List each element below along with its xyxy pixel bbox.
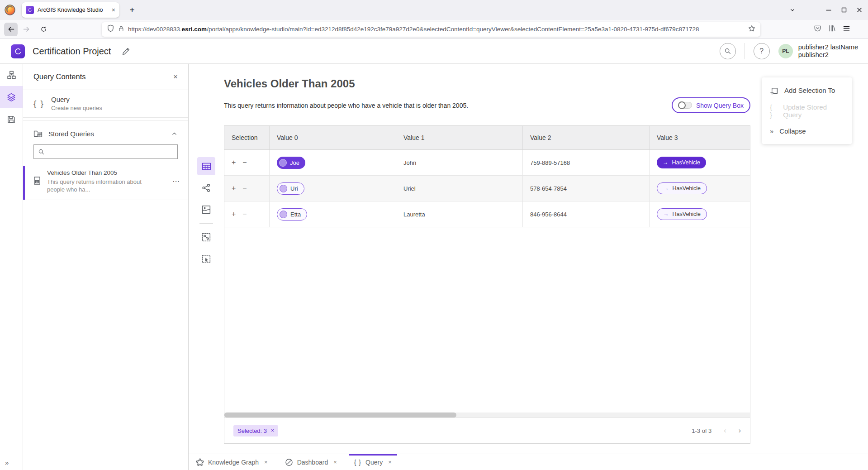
- add-selection-to-icon: [770, 86, 778, 95]
- double-chevron-icon: »: [770, 127, 773, 135]
- back-icon[interactable]: [4, 23, 18, 36]
- menu-item-collapse[interactable]: » Collapse: [762, 121, 852, 141]
- toggle-track[interactable]: [678, 102, 692, 109]
- link-chart-view-button[interactable]: [197, 179, 215, 197]
- header-divider: [745, 43, 745, 59]
- cell-value: 759-889-57168: [523, 150, 650, 175]
- tab-dashboard[interactable]: Dashboard ×: [280, 454, 342, 470]
- page-previous-icon[interactable]: ‹: [724, 427, 726, 435]
- tab-list-icon[interactable]: [785, 0, 800, 20]
- browser-tab[interactable]: ArcGIS Knowledge Studio ×: [22, 2, 119, 18]
- column-header[interactable]: Value 0: [270, 126, 396, 149]
- column-header[interactable]: Selection: [224, 126, 270, 149]
- horizontal-scrollbar[interactable]: [224, 412, 750, 417]
- remove-selection-icon[interactable]: −: [242, 158, 247, 167]
- lock-icon[interactable]: [118, 25, 124, 34]
- stored-query-doc-icon: [33, 177, 41, 185]
- search-button[interactable]: [720, 43, 736, 59]
- menu-item-update-stored-query[interactable]: { } Update Stored Query: [762, 101, 852, 121]
- selection-tool-button[interactable]: [197, 250, 215, 268]
- column-header[interactable]: Value 3: [650, 126, 750, 149]
- close-tab-icon[interactable]: ×: [388, 459, 392, 465]
- menu-hamburger-icon[interactable]: [843, 24, 850, 34]
- app-logo: [11, 44, 25, 58]
- entity-pill[interactable]: Joe: [277, 157, 305, 169]
- stored-queries-search-input[interactable]: [33, 144, 178, 159]
- remove-selection-icon[interactable]: −: [242, 184, 247, 192]
- add-selection-icon[interactable]: +: [232, 210, 236, 218]
- table-row[interactable]: + − Joe John 759-889-57168 →HasVehicle: [224, 150, 750, 176]
- column-header[interactable]: Value 2: [523, 126, 650, 149]
- pocket-icon[interactable]: [814, 24, 821, 34]
- relationship-pill[interactable]: →HasVehicle: [657, 208, 707, 220]
- add-selection-icon[interactable]: +: [232, 184, 236, 192]
- relationship-pill[interactable]: →HasVehicle: [657, 157, 706, 168]
- page-next-icon[interactable]: ›: [739, 427, 741, 435]
- user-info[interactable]: publisher2 lastName publisher2: [798, 43, 858, 59]
- bookmark-star-icon[interactable]: [748, 25, 755, 34]
- search-icon: [38, 149, 45, 155]
- query-item[interactable]: { } Query Create new queries: [23, 90, 188, 118]
- relationship-arrow-icon: →: [663, 185, 669, 192]
- library-icon[interactable]: [828, 24, 836, 34]
- edit-title-icon[interactable]: [122, 47, 130, 56]
- relationship-arrow-icon: →: [663, 159, 669, 166]
- stored-query-description: This query returns information about peo…: [47, 178, 152, 193]
- link-chart-icon: [202, 183, 211, 192]
- table-row[interactable]: + − Etta Lauretta 846-956-8644 →HasVehic…: [224, 201, 750, 227]
- entity-pill[interactable]: Etta: [277, 208, 307, 221]
- close-tab-icon[interactable]: ×: [333, 459, 337, 465]
- maximize-icon[interactable]: [836, 0, 852, 20]
- dashboard-icon: [285, 458, 293, 466]
- section-separator: [23, 118, 188, 121]
- view-toolbar: [197, 157, 215, 268]
- remove-selection-icon[interactable]: −: [242, 210, 247, 218]
- stored-query-item[interactable]: Vehicles Older Than 2005 This query retu…: [23, 166, 188, 200]
- clear-selection-icon[interactable]: ×: [271, 427, 274, 434]
- avatar[interactable]: PL: [778, 44, 793, 58]
- close-window-icon[interactable]: [852, 0, 867, 20]
- show-query-box-toggle[interactable]: Show Query Box: [672, 97, 750, 113]
- relationship-pill[interactable]: →HasVehicle: [657, 182, 707, 194]
- help-button[interactable]: ?: [754, 43, 770, 59]
- table-row[interactable]: + − Uri Uriel 578-654-7854 →HasVehicle: [224, 176, 750, 201]
- expand-rail-icon[interactable]: »: [5, 459, 9, 466]
- scrollbar-thumb[interactable]: [224, 412, 456, 417]
- tab-knowledge-graph[interactable]: Knowledge Graph ×: [190, 454, 273, 470]
- tab-query[interactable]: { } Query ×: [349, 454, 397, 470]
- knowledge-graph-icon: [196, 458, 204, 466]
- map-view-button[interactable]: [197, 201, 215, 219]
- cell-value: Uriel: [396, 176, 523, 201]
- entity-pill[interactable]: Uri: [277, 182, 304, 195]
- rail-item-contents[interactable]: [0, 86, 23, 108]
- stored-query-kebab-icon[interactable]: ⋯: [172, 177, 180, 186]
- menu-item-add-selection-to[interactable]: Add Selection To: [762, 80, 852, 101]
- firefox-icon[interactable]: [4, 4, 16, 16]
- save-icon: [7, 115, 15, 124]
- chevron-up-icon: [171, 130, 178, 137]
- forward-icon[interactable]: [19, 23, 33, 36]
- url-bar[interactable]: https://dev0028833.esri.com/portal/apps/…: [102, 22, 760, 37]
- context-menu: Add Selection To { } Update Stored Query…: [762, 77, 852, 144]
- toggle-knob: [678, 101, 686, 109]
- table-view-button[interactable]: [197, 157, 215, 175]
- reload-icon[interactable]: [37, 23, 50, 36]
- rail-item-save[interactable]: [0, 108, 23, 130]
- tab-close-icon[interactable]: ×: [112, 6, 115, 14]
- rail-item-project-hierarchy[interactable]: [0, 64, 23, 86]
- selected-count-chip[interactable]: Selected: 3 ×: [233, 425, 278, 436]
- close-tab-icon[interactable]: ×: [264, 459, 268, 465]
- minimize-icon[interactable]: [821, 0, 836, 20]
- add-to-link-chart-button[interactable]: [197, 228, 215, 246]
- panel-close-icon[interactable]: ×: [173, 72, 178, 82]
- stored-queries-header[interactable]: Stored Queries: [23, 121, 188, 144]
- query-contents-panel: Query Contents × { } Query Create new qu…: [23, 64, 189, 470]
- table-header-row: Selection Value 0 Value 1 Value 2 Value …: [224, 126, 750, 150]
- layers-icon: [7, 93, 16, 102]
- new-tab-button[interactable]: +: [126, 4, 138, 16]
- column-header[interactable]: Value 1: [396, 126, 523, 149]
- browser-tab-bar: ArcGIS Knowledge Studio × +: [0, 0, 868, 20]
- add-selection-icon[interactable]: +: [232, 158, 236, 167]
- pagination-range: 1-3 of 3: [692, 427, 711, 434]
- shield-icon[interactable]: [107, 24, 114, 34]
